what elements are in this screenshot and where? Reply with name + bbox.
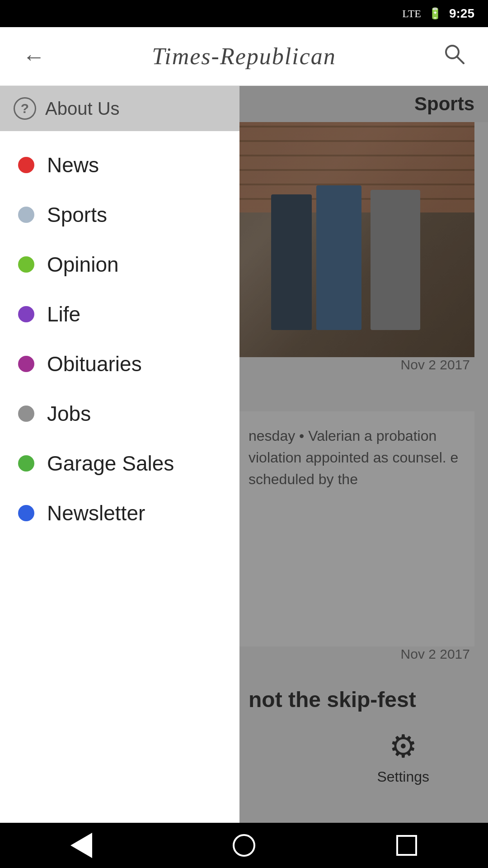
life-dot [18,306,34,322]
sports-dot [18,207,34,223]
menu-item-opinion[interactable]: Opinion [0,240,239,289]
nav-home-icon [233,834,255,857]
garage-sales-label: Garage Sales [47,451,174,476]
news-dot [18,157,34,173]
bottom-navigation [0,823,488,868]
lte-icon: LTE [402,8,421,20]
svg-line-1 [457,57,464,63]
nav-recents-icon [396,835,417,856]
nav-recents-button[interactable] [384,823,429,868]
menu-item-jobs[interactable]: Jobs [0,389,239,439]
obituaries-dot [18,356,34,372]
main-area: Sports Nov 2 2017 nesday • Valerian a pr… [0,86,488,823]
back-arrow-icon: ← [23,43,45,70]
newsletter-dot [18,505,34,521]
search-icon [443,42,465,71]
menu-item-sports[interactable]: Sports [0,190,239,240]
search-button[interactable] [438,41,470,72]
menu-item-news[interactable]: News [0,140,239,190]
about-us-label: About Us [45,99,120,119]
menu-item-garage-sales[interactable]: Garage Sales [0,439,239,488]
opinion-dot [18,256,34,273]
clock: 9:25 [449,6,474,21]
life-label: Life [47,302,80,326]
obituaries-label: Obituaries [47,352,142,376]
sports-label: Sports [47,203,107,227]
garage-sales-dot [18,455,34,472]
opinion-label: Opinion [47,252,119,277]
battery-icon: 🔋 [428,7,442,20]
status-bar: LTE 🔋 9:25 [0,0,488,27]
news-label: News [47,153,99,177]
nav-back-button[interactable] [59,823,104,868]
app-title: Times-Republican [152,43,336,70]
back-button[interactable]: ← [18,41,50,72]
navigation-drawer: ? About Us News Sports Opinion Life [0,86,239,823]
menu-item-life[interactable]: Life [0,289,239,339]
drawer-header[interactable]: ? About Us [0,86,239,131]
jobs-dot [18,406,34,422]
jobs-label: Jobs [47,401,91,426]
newsletter-label: Newsletter [47,501,145,525]
drawer-menu: News Sports Opinion Life Obituaries Jobs [0,131,239,823]
menu-item-obituaries[interactable]: Obituaries [0,339,239,389]
top-bar: ← Times-Republican [0,27,488,86]
help-icon: ? [14,97,36,120]
nav-back-icon [70,833,92,858]
menu-item-newsletter[interactable]: Newsletter [0,488,239,538]
nav-home-button[interactable] [221,823,267,868]
